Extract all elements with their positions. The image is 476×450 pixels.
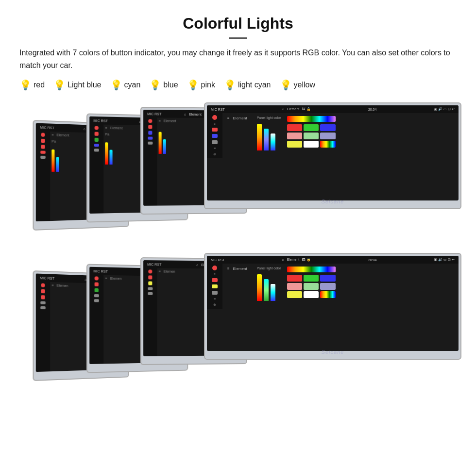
top-device-stack: MIC RST ⌂ Elem ≡ Elem (19, 102, 457, 243)
front-swatches-section (287, 116, 336, 155)
color-label-pink: pink (201, 81, 215, 89)
blue-bulb-icon: 💡 (149, 79, 161, 91)
bottom-front-time: 20:04 (368, 258, 377, 262)
color-item-yellow: 💡 yellow (280, 79, 315, 91)
title-divider (229, 37, 247, 39)
color-label-blue: blue (163, 81, 178, 89)
bottom-swatch-grid (287, 275, 336, 298)
pink-bulb-icon: 💡 (187, 79, 199, 91)
color-item-lightcyan: 💡 light cyan (224, 79, 271, 91)
swatch-grid (287, 124, 336, 148)
bottom-front-bars-section: Panel light color (257, 267, 281, 306)
front-nav-title: ⌂ Element 🖼 🔒 (282, 107, 311, 111)
lightblue-bulb-icon: 💡 (53, 79, 66, 91)
front-status-bar: MIC RST ⌂ Element 🖼 🔒 20:04 ▣ 🔊 ▭ ⊡ ↩ (207, 105, 459, 113)
color-label-lightblue: Light blue (68, 81, 101, 89)
page-container: Colorful Lights Integrated with 7 colors… (0, 0, 476, 403)
bottom-front-body: ≡ ≡ ⊕ ≡ Element Panel light color (207, 264, 459, 309)
bottom-device-stack: MIC RST ⌂ Ele ≡ Eleme (19, 253, 457, 384)
color-label-yellow: yellow (294, 81, 315, 89)
top-device-group: MIC RST ⌂ Elem ≡ Elem (19, 102, 457, 243)
red-bulb-icon: 💡 (19, 79, 32, 91)
color-label-red: red (34, 81, 45, 89)
yellow-bulb-icon: 💡 (280, 79, 292, 91)
title-section: Colorful Lights Integrated with 7 colors… (19, 15, 457, 71)
bottom-front-left-bar: ≡ ≡ ⊕ (207, 264, 222, 309)
color-item-red: 💡 red (19, 79, 45, 91)
bottom-front-swatches-section (287, 267, 336, 306)
bottom-device-group: MIC RST ⌂ Ele ≡ Eleme (19, 253, 457, 384)
color-item-blue: 💡 blue (149, 79, 178, 91)
front-bars-section: Panel light color (257, 116, 281, 155)
bottom-rainbow-bar (287, 267, 336, 272)
color-label-cyan: cyan (124, 81, 141, 89)
device-card-front-bottom: MIC RST ⌂ Element 🖼 🔒 20:04 ▣ 🔊 ▭ ⊡ ↩ ≡ (204, 253, 461, 360)
device-card-front-top: MIC RST ⌂ Element 🖼 🔒 20:04 ▣ 🔊 ▭ ⊡ ↩ ≡ (204, 102, 461, 209)
front-left-bar: ≡ ≡ ⊕ (207, 113, 222, 158)
color-label-lightcyan: light cyan (238, 81, 271, 89)
front-body: ≡ ≡ ⊕ ≡ Element Panel light color (207, 113, 459, 158)
color-labels-row: 💡 red 💡 Light blue 💡 cyan 💡 blue 💡 pink … (19, 79, 457, 91)
bottom-front-main-panel: ≡ Element Panel light color (222, 264, 459, 309)
front-time: 20:04 (368, 108, 377, 111)
color-item-pink: 💡 pink (187, 79, 215, 91)
color-item-cyan: 💡 cyan (110, 79, 141, 91)
color-item-lightblue: 💡 Light blue (53, 79, 101, 91)
bottom-panel-light-label: Panel light color (257, 267, 281, 270)
lightcyan-bulb-icon: 💡 (224, 79, 236, 91)
bottom-front-status-bar: MIC RST ⌂ Element 🖼 🔒 20:04 ▣ 🔊 ▭ ⊡ ↩ (207, 256, 459, 264)
page-title: Colorful Lights (19, 15, 457, 33)
description-text: Integrated with 7 colors of button indic… (19, 47, 457, 71)
front-main-panel: ≡ Element Panel light color (222, 113, 459, 158)
panel-light-label: Panel light color (257, 116, 281, 119)
rainbow-bar (287, 116, 336, 122)
cyan-bulb-icon: 💡 (110, 79, 122, 91)
